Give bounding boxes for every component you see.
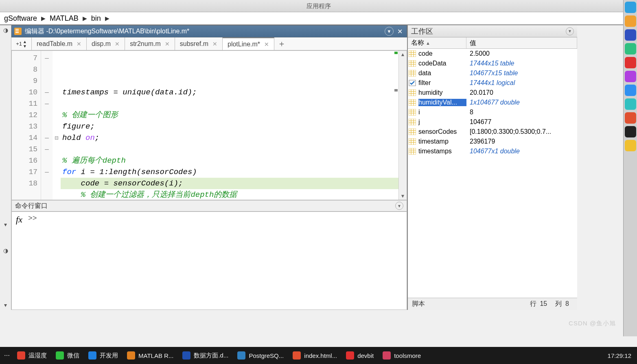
scroll-down-icon[interactable]: ▼	[399, 192, 407, 200]
dock-app-icon[interactable]	[625, 140, 636, 151]
taskbar-item[interactable]: 开发用	[84, 348, 122, 363]
code-line[interactable]	[61, 144, 407, 155]
close-tab-icon[interactable]: ✕	[212, 41, 217, 47]
breadcrumb-seg[interactable]: bin	[90, 14, 103, 23]
close-tab-icon[interactable]: ✕	[77, 41, 81, 47]
command-window-body[interactable]: fx >>	[11, 211, 407, 310]
vertical-scrollbar[interactable]: ▲ ▼	[398, 51, 407, 200]
dock-app-icon[interactable]	[625, 2, 636, 13]
workspace-variable[interactable]: timestamps104677x1 double	[408, 146, 577, 156]
workspace-variable[interactable]: j104677	[408, 117, 577, 127]
editor-tab[interactable]: str2num.m✕	[125, 37, 175, 50]
code-line[interactable]: for i = 1:length(sensorCodes)	[61, 166, 407, 178]
code-line[interactable]: hold on;	[61, 132, 407, 144]
breadcrumb-seg[interactable]: MATLAB	[48, 14, 80, 23]
app-icon	[383, 351, 391, 360]
breadcrumb-seg[interactable]: gSoftware	[2, 14, 39, 23]
taskbar-item[interactable]: index.html...	[289, 348, 341, 363]
dock-app-icon[interactable]	[625, 57, 636, 68]
workspace-variable[interactable]: humidityVal...1x104677 double	[408, 98, 577, 107]
fold-gutter[interactable]: ⊟	[53, 51, 61, 200]
dock-app-icon[interactable]	[625, 43, 636, 54]
dock-app-icon[interactable]	[625, 29, 636, 41]
workspace-variable[interactable]: sensorCodes[0.1800;0.3300;0.5300;0.7...	[408, 127, 577, 137]
editor-tab[interactable]: subsref.m✕	[175, 37, 223, 50]
variable-icon	[409, 99, 417, 106]
dropdown-icon[interactable]: ▼	[566, 27, 574, 35]
expand-icon[interactable]: ◑	[0, 246, 11, 255]
dock-app-icon[interactable]	[625, 15, 636, 27]
code-line[interactable]: figure;	[61, 121, 407, 132]
workspace-headers[interactable]: 名称▲ 值	[408, 37, 577, 49]
taskbar-item[interactable]: 数据方面.d...	[178, 348, 232, 363]
app-icon	[56, 351, 64, 360]
code-line[interactable]: timestamps = unique(data.id);	[61, 87, 407, 98]
workspace-variable[interactable]: filter17444x1 logical	[408, 78, 577, 88]
svg-rect-31	[409, 119, 416, 125]
line-numbers: 789101112131415161718	[12, 51, 41, 200]
taskbar-item[interactable]: PostgreSQ...	[233, 348, 288, 363]
workspace-panel: 工作区 ▼ 名称▲ 值 code2.5000codeData17444x15 t…	[407, 25, 577, 310]
dock-app-icon[interactable]	[625, 71, 636, 82]
app-title: 应用程序	[306, 2, 331, 9]
taskbar-overflow[interactable]: ⋯	[2, 352, 12, 359]
taskbar-item[interactable]: 微信	[52, 348, 83, 363]
editor-tab[interactable]: disp.m✕	[87, 37, 125, 50]
watermark: CSDN @鱼小旭	[569, 320, 616, 327]
dock-app-icon[interactable]	[625, 112, 636, 124]
variable-icon	[409, 50, 417, 57]
taskbar-item[interactable]: toolsmore	[379, 348, 425, 363]
svg-rect-46	[409, 148, 416, 155]
taskbar-item[interactable]: MATLAB R...	[123, 348, 177, 363]
svg-rect-0	[409, 50, 416, 57]
workspace-variable[interactable]: timestamp2396179	[408, 137, 577, 146]
clock[interactable]: 17:29:12	[604, 352, 635, 359]
workspace-variable[interactable]: codeData17444x15 table	[408, 59, 577, 68]
doc-type: 脚本	[412, 300, 425, 308]
editor-tab[interactable]: readTable.m✕	[32, 37, 87, 50]
breakpoint-gutter[interactable]: — —— —— —	[41, 51, 53, 200]
workspace-variable[interactable]: data104677x15 table	[408, 68, 577, 78]
variable-icon	[409, 119, 417, 125]
variable-icon	[409, 80, 417, 86]
workspace-variable[interactable]: code2.5000	[408, 49, 577, 59]
expand-down-icon[interactable]: ▾	[0, 300, 11, 310]
taskbar-item[interactable]: devbit	[342, 348, 378, 363]
app-icon	[127, 351, 135, 360]
dropdown-icon[interactable]: ▼	[385, 27, 394, 36]
code-line[interactable]: % 创建一个过滤器，只选择当前depth的数据	[61, 189, 407, 200]
code-line[interactable]: % 遍历每个depth	[61, 155, 407, 166]
scroll-up-icon[interactable]: ▲	[399, 51, 407, 58]
add-tab-button[interactable]: ＋	[274, 37, 289, 50]
close-icon[interactable]: ✕	[395, 27, 404, 36]
dock-app-icon[interactable]	[625, 126, 636, 137]
close-tab-icon[interactable]: ✕	[115, 41, 120, 47]
code-editor[interactable]: 789101112131415161718 — —— —— — ⊟ timest…	[11, 50, 407, 200]
svg-rect-21	[409, 99, 416, 106]
variable-icon	[409, 109, 417, 116]
workspace-variable[interactable]: i8	[408, 107, 577, 117]
fx-icon[interactable]: fx	[12, 212, 26, 310]
dropdown-icon[interactable]: ▼	[395, 202, 403, 210]
close-tab-icon[interactable]: ✕	[165, 41, 170, 47]
command-prompt[interactable]: >>	[26, 212, 407, 310]
app-icon	[237, 351, 245, 360]
collapse-icon[interactable]: ◑	[0, 25, 11, 35]
workspace-variable[interactable]: humidity20.0170	[408, 88, 577, 98]
code-line[interactable]: % 创建一个图形	[61, 109, 407, 121]
dock-app-icon[interactable]	[625, 85, 636, 96]
editor-title-prefix: 编辑器 -	[25, 27, 48, 36]
taskbar-item[interactable]: 温湿度	[13, 348, 51, 363]
svg-rect-41	[409, 138, 416, 145]
code-lines[interactable]: timestamps = unique(data.id); % 创建一个图形fi…	[61, 51, 407, 200]
dock-app-icon[interactable]	[625, 98, 636, 110]
svg-rect-16	[409, 89, 416, 96]
variable-icon	[409, 89, 417, 96]
svg-rect-5	[409, 60, 416, 67]
editor-tab[interactable]: plotLine.m*✕	[223, 37, 274, 50]
code-line[interactable]	[61, 98, 407, 109]
zoom-control[interactable]: +1▲▼	[11, 37, 32, 50]
code-line[interactable]: code = sensorCodes(i);	[61, 178, 407, 189]
close-tab-icon[interactable]: ✕	[264, 41, 269, 48]
expand-down-icon[interactable]: ▾	[0, 220, 11, 229]
